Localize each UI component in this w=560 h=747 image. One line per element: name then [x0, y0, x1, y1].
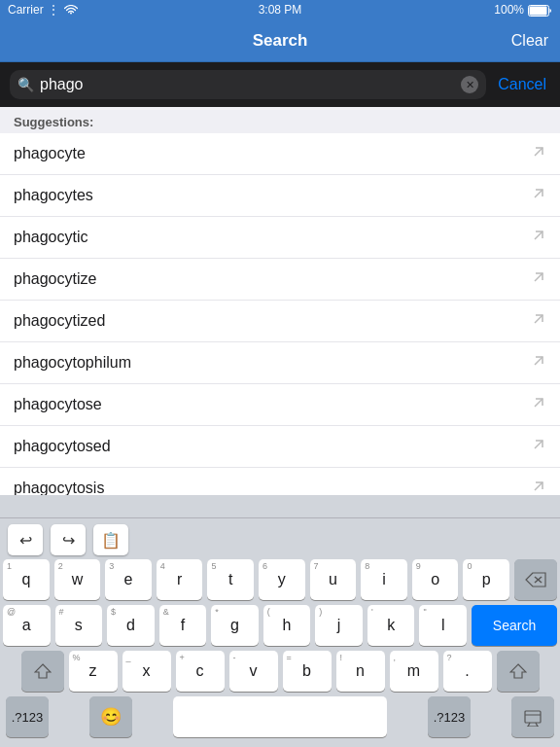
suggestion-text: phagocytophilum [14, 354, 131, 372]
suggestion-text: phagocytosis [14, 480, 104, 495]
list-item[interactable]: phagocytosis [0, 468, 560, 495]
key-row-1: 1q 2w 3e 4r 5t 6y 7u 8i 9o 0p [3, 559, 557, 600]
undo-button[interactable]: ↩ [8, 524, 43, 555]
carrier-label: Carrier [8, 3, 44, 17]
search-icon: 🔍 [18, 77, 34, 92]
bottom-key-row: .?123 😊 .?123 [3, 696, 557, 743]
svg-line-3 [535, 190, 542, 197]
suggestion-text: phagocytic [14, 229, 88, 246]
search-input-container: 🔍 ✕ [10, 70, 486, 99]
svg-line-5 [535, 273, 542, 281]
key-v[interactable]: -v [229, 651, 278, 692]
key-row-3: %z _x +c -v =b !n ,m ?. [3, 651, 557, 692]
key-y[interactable]: 6y [259, 559, 305, 600]
emoji-key[interactable]: 😊 [89, 696, 132, 737]
key-n[interactable]: !n [336, 651, 385, 692]
shift-key[interactable] [21, 651, 64, 692]
key-q[interactable]: 1q [3, 559, 50, 600]
list-item[interactable]: phagocytophilum [0, 342, 560, 384]
key-p[interactable]: 0p [463, 559, 509, 600]
search-key[interactable]: Search [472, 605, 557, 646]
suggestions-header: Suggestions: [0, 107, 560, 133]
keyboard-hide-key[interactable] [511, 696, 554, 737]
suggestion-text: phagocytose [14, 396, 102, 413]
svg-line-7 [535, 357, 542, 365]
key-c[interactable]: +c [176, 651, 225, 692]
key-j[interactable]: )j [315, 605, 363, 646]
shift-key-right[interactable] [497, 651, 540, 692]
key-r[interactable]: 4r [157, 559, 203, 600]
arrow-icon [531, 311, 546, 331]
arrow-icon [531, 479, 546, 495]
key-row-2: @a #s $d &f *g (h )j 'k "l Search [3, 605, 557, 646]
svg-marker-15 [35, 664, 51, 678]
svg-line-10 [535, 482, 542, 490]
backspace-key[interactable] [514, 559, 557, 600]
arrow-icon [531, 437, 546, 456]
battery-icon [528, 3, 552, 17]
key-o[interactable]: 9o [412, 559, 459, 600]
key-d[interactable]: $d [107, 605, 155, 646]
status-bar: Carrier ⋮ 3:08 PM 100% [0, 0, 560, 19]
key-z[interactable]: %z [69, 651, 118, 692]
list-item[interactable]: phagocytose [0, 384, 560, 426]
results-list: phagocytephagocytesphagocyticphagocytize… [0, 133, 560, 495]
list-item[interactable]: phagocytes [0, 175, 560, 217]
key-w[interactable]: 2w [54, 559, 101, 600]
list-item[interactable]: phagocytized [0, 301, 560, 342]
key-k[interactable]: 'k [368, 605, 415, 646]
keyboard: 1q 2w 3e 4r 5t 6y 7u 8i 9o 0p @a #s $d &… [0, 559, 560, 747]
arrow-icon [531, 395, 546, 414]
clear-button[interactable]: Clear [511, 32, 548, 50]
key-l[interactable]: "l [419, 605, 467, 646]
svg-line-6 [535, 315, 542, 323]
suggestion-text: phagocytize [14, 270, 96, 288]
svg-line-2 [535, 148, 542, 156]
suggestion-text: phagocytosed [14, 438, 111, 455]
key-a[interactable]: @a [3, 605, 51, 646]
key-g[interactable]: *g [211, 605, 259, 646]
cancel-button[interactable]: Cancel [494, 76, 550, 93]
key-e[interactable]: 3e [105, 559, 152, 600]
key-u[interactable]: 7u [310, 559, 357, 600]
search-input[interactable] [40, 76, 455, 93]
arrow-icon [531, 353, 546, 373]
battery-label: 100% [494, 3, 524, 17]
list-item[interactable]: phagocytic [0, 217, 560, 259]
key-x[interactable]: _x [122, 651, 171, 692]
key-m[interactable]: ,m [390, 651, 438, 692]
paste-button[interactable]: 📋 [93, 524, 128, 555]
list-item[interactable]: phagocytize [0, 259, 560, 301]
nav-title: Search [253, 31, 308, 51]
svg-line-8 [535, 399, 542, 407]
key-b[interactable]: =b [283, 651, 332, 692]
arrow-icon [531, 269, 546, 289]
search-bar: 🔍 ✕ Cancel [0, 62, 560, 107]
svg-line-9 [535, 441, 542, 448]
list-item[interactable]: phagocytosed [0, 426, 560, 468]
suggestion-text: phagocyte [14, 145, 86, 162]
arrow-icon [531, 186, 546, 205]
num-pad-key[interactable]: .?123 [6, 696, 49, 737]
key-period[interactable]: ?. [443, 651, 492, 692]
space-key[interactable] [173, 696, 387, 737]
svg-marker-16 [510, 664, 526, 678]
suggestion-text: phagocytes [14, 187, 93, 204]
nav-bar: Search Clear [0, 19, 560, 62]
key-i[interactable]: 8i [361, 559, 407, 600]
redo-button[interactable]: ↪ [51, 524, 86, 555]
keyboard-toolbar: ↩ ↪ 📋 [0, 517, 560, 559]
num-pad-key-right[interactable]: .?123 [428, 696, 471, 737]
key-s[interactable]: #s [55, 605, 103, 646]
keyboard-area: ↩ ↪ 📋 1q 2w 3e 4r 5t 6y 7u 8i 9o 0p @a #… [0, 517, 560, 747]
list-item[interactable]: phagocyte [0, 133, 560, 175]
svg-rect-1 [530, 6, 547, 15]
status-time: 3:08 PM [259, 3, 302, 17]
suggestion-text: phagocytized [14, 312, 105, 330]
key-f[interactable]: &f [159, 605, 207, 646]
key-t[interactable]: 5t [207, 559, 254, 600]
clear-x-button[interactable]: ✕ [461, 76, 478, 93]
arrow-icon [531, 228, 546, 247]
key-h[interactable]: (h [263, 605, 311, 646]
svg-rect-17 [525, 711, 541, 723]
